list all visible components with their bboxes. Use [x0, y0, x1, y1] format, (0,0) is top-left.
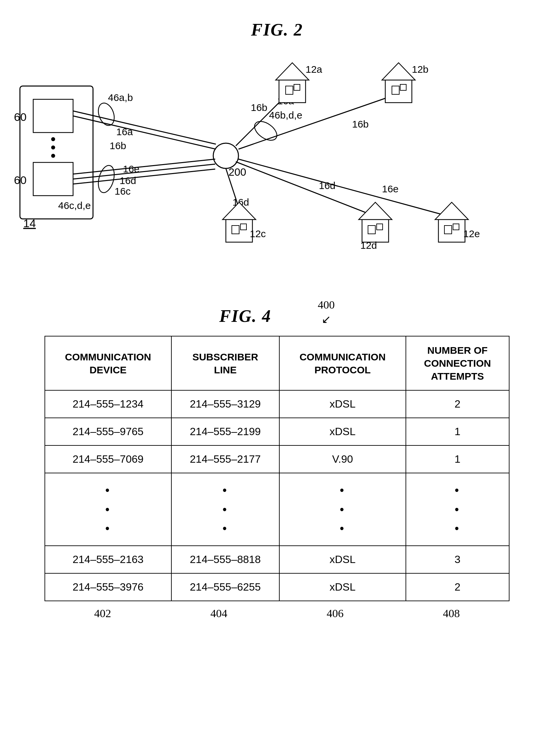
fig4-title-row: FIG. 4 400 ↙ — [219, 299, 334, 326]
table-cell: xDSL — [279, 546, 406, 573]
footer-label-404: 404 — [211, 607, 227, 620]
svg-rect-51 — [240, 224, 246, 230]
table-row: 214–555–2163214–555–8818xDSL3 — [45, 546, 509, 573]
svg-text:200: 200 — [228, 166, 246, 178]
fig2-diagram: 14 60 60 200 46a,b 46c,d,e 16a 16b 16e 1… — [0, 46, 554, 272]
svg-text:14: 14 — [23, 217, 36, 229]
table-cell: 214–555–6255 — [171, 573, 280, 601]
table-row: •••••••••••• — [45, 473, 509, 546]
table-cell: ••• — [45, 473, 171, 546]
table-cell: 214–555–2199 — [171, 418, 280, 445]
table-cell: xDSL — [279, 573, 406, 601]
table-cell: ••• — [279, 473, 406, 546]
svg-text:16e: 16e — [123, 163, 140, 174]
table-cell: xDSL — [279, 418, 406, 445]
fig4-section: FIG. 4 400 ↙ COMMUNICATIONDEVICE SUBSCRI… — [0, 299, 554, 620]
svg-rect-1 — [33, 99, 73, 132]
svg-rect-61 — [453, 224, 459, 230]
table-cell: ••• — [406, 473, 509, 546]
svg-line-31 — [236, 162, 382, 219]
svg-text:12a: 12a — [306, 64, 322, 75]
svg-text:46b,d,e: 46b,d,e — [269, 110, 302, 120]
footer-label-402: 402 — [94, 607, 111, 620]
svg-text:12c: 12c — [250, 228, 266, 239]
svg-point-3 — [51, 137, 55, 141]
svg-point-9 — [213, 143, 238, 168]
table-row: 214–555–7069214–555–2177V.901 — [45, 445, 509, 473]
table-cell: 214–555–1234 — [45, 390, 171, 418]
table-header-row: COMMUNICATIONDEVICE SUBSCRIBERLINE COMMU… — [45, 336, 509, 390]
footer-label-406: 406 — [327, 607, 344, 620]
table-cell: 1 — [406, 418, 509, 445]
svg-point-4 — [51, 146, 55, 150]
svg-marker-49 — [223, 202, 256, 220]
svg-point-5 — [51, 154, 55, 158]
table-cell: 214–555–3129 — [171, 390, 280, 418]
table-cell: V.90 — [279, 445, 406, 473]
col-header-number-of-connection-attempts: NUMBER OFCONNECTIONATTEMPTS — [406, 336, 509, 390]
table-cell: 2 — [406, 573, 509, 601]
svg-line-12 — [73, 116, 216, 149]
svg-rect-40 — [286, 86, 293, 94]
svg-text:46c,d,e: 46c,d,e — [58, 200, 91, 211]
table-cell: 214–555–3976 — [45, 573, 171, 601]
svg-point-18 — [96, 164, 117, 195]
table-cell: 1 — [406, 445, 509, 473]
label-400: 400 — [318, 299, 335, 311]
svg-line-32 — [238, 159, 458, 219]
svg-rect-46 — [400, 85, 406, 90]
fig2-title: FIG. 2 — [0, 0, 554, 40]
svg-marker-59 — [435, 202, 468, 220]
svg-text:16b: 16b — [110, 140, 126, 151]
svg-text:12e: 12e — [463, 228, 480, 239]
svg-rect-56 — [377, 224, 383, 230]
table-row: 214–555–1234214–555–3129xDSL2 — [45, 390, 509, 418]
svg-rect-2 — [33, 162, 73, 196]
table-footer: 402 404 406 408 — [45, 607, 509, 620]
svg-text:16e: 16e — [382, 183, 398, 194]
svg-rect-60 — [444, 225, 452, 234]
arrow-400: ↙ — [322, 313, 331, 326]
table-cell: 214–555–9765 — [45, 418, 171, 445]
table-cell: 214–555–2177 — [171, 445, 280, 473]
data-table: COMMUNICATIONDEVICE SUBSCRIBERLINE COMMU… — [45, 336, 509, 601]
svg-rect-41 — [294, 85, 300, 90]
svg-text:16d: 16d — [319, 180, 335, 191]
table-cell: 214–555–7069 — [45, 445, 171, 473]
footer-label-408: 408 — [443, 607, 460, 620]
table-cell: 214–555–8818 — [171, 546, 280, 573]
svg-text:60: 60 — [14, 174, 26, 186]
svg-marker-44 — [382, 63, 415, 80]
table-cell: 3 — [406, 546, 509, 573]
svg-rect-45 — [392, 86, 399, 94]
col-header-subscriber-line: SUBSCRIBERLINE — [171, 336, 280, 390]
svg-text:16b: 16b — [251, 102, 267, 113]
svg-text:16c: 16c — [115, 186, 130, 197]
table-row: 214–555–3976214–555–6255xDSL2 — [45, 573, 509, 601]
svg-rect-50 — [232, 225, 239, 234]
svg-text:16a: 16a — [116, 126, 133, 137]
svg-text:16d: 16d — [120, 175, 136, 186]
svg-text:12b: 12b — [412, 64, 429, 75]
svg-text:46a,b: 46a,b — [108, 92, 133, 103]
svg-line-11 — [73, 111, 216, 144]
svg-text:12d: 12d — [361, 240, 377, 251]
col-header-communication-device: COMMUNICATIONDEVICE — [45, 336, 171, 390]
col-header-communication-protocol: COMMUNICATIONPROTOCOL — [279, 336, 406, 390]
svg-marker-54 — [359, 202, 392, 220]
table-cell: 214–555–2163 — [45, 546, 171, 573]
table-cell: ••• — [171, 473, 280, 546]
svg-text:60: 60 — [14, 111, 26, 123]
svg-rect-55 — [368, 225, 375, 234]
fig4-title: FIG. 4 — [219, 306, 271, 326]
svg-marker-39 — [276, 63, 309, 80]
table-cell: xDSL — [279, 390, 406, 418]
table-row: 214–555–9765214–555–2199xDSL1 — [45, 418, 509, 445]
svg-text:16b: 16b — [352, 119, 369, 129]
table-cell: 2 — [406, 390, 509, 418]
